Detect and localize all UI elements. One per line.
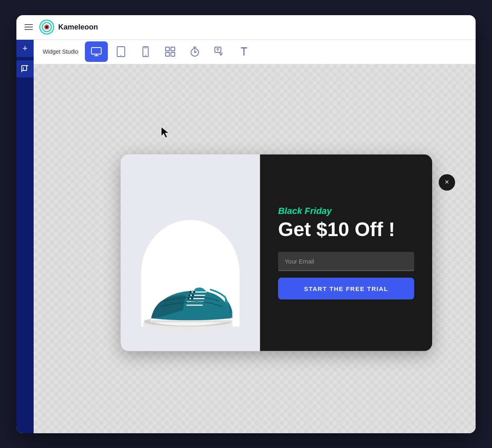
device-tablet-button[interactable] [109, 41, 132, 62]
canvas-area[interactable]: × [34, 64, 476, 433]
svg-rect-18 [171, 47, 175, 51]
cta-label: START THE FREE TRIAL [304, 285, 388, 292]
left-sidebar: + [16, 40, 34, 433]
plus-icon: + [23, 44, 28, 53]
crop-tool[interactable] [16, 60, 34, 77]
shoe-image [131, 252, 246, 334]
crop-icon [21, 65, 29, 73]
logo-area: Kameleoon [39, 20, 98, 34]
translate-button[interactable] [208, 41, 231, 62]
content-area: Widget Studio [34, 40, 476, 433]
email-input[interactable] [278, 252, 414, 271]
text-button[interactable] [232, 41, 255, 62]
svg-point-13 [121, 55, 121, 56]
shoe-svg [131, 252, 246, 334]
logo-text: Kameleoon [58, 23, 98, 32]
black-friday-badge: Black Friday [278, 206, 414, 216]
svg-point-39 [189, 291, 191, 293]
timer-button[interactable] [183, 41, 206, 62]
logo-icon [39, 20, 54, 34]
ab-test-button[interactable] [159, 41, 182, 62]
add-button[interactable]: + [16, 40, 34, 57]
svg-rect-17 [166, 47, 169, 51]
popup-image-panel [121, 154, 260, 351]
main-area: + Widget Studio [16, 40, 476, 433]
mobile-icon [140, 46, 151, 57]
toolbar: Widget Studio [34, 40, 476, 64]
svg-point-15 [145, 55, 146, 56]
device-mobile-button[interactable] [134, 41, 157, 62]
close-x-icon: × [445, 178, 449, 186]
svg-point-43 [187, 298, 189, 300]
text-icon [239, 46, 249, 57]
popup-widget: Black Friday Get $10 Off ! START THE FRE… [121, 154, 432, 351]
cta-button[interactable]: START THE FREE TRIAL [278, 277, 414, 299]
toolbar-label: Widget Studio [38, 48, 83, 55]
svg-point-44 [191, 298, 193, 300]
svg-point-41 [188, 294, 190, 296]
popup-close-button[interactable]: × [439, 174, 455, 191]
svg-rect-6 [22, 66, 27, 70]
svg-rect-19 [166, 52, 169, 56]
translate-icon [214, 46, 225, 57]
tablet-icon [116, 46, 126, 57]
cursor [161, 127, 171, 138]
svg-point-42 [192, 294, 194, 296]
cursor-arrow-icon [161, 127, 171, 138]
top-bar: Kameleoon [16, 15, 476, 40]
svg-point-40 [193, 291, 195, 293]
device-desktop-button[interactable] [85, 41, 108, 62]
desktop-icon [91, 46, 102, 57]
popup-content-panel: Black Friday Get $10 Off ! START THE FRE… [260, 154, 432, 351]
browser-window: Kameleoon + Widget Studio [16, 15, 476, 433]
discount-headline: Get $10 Off ! [278, 219, 414, 241]
timer-icon [189, 46, 200, 57]
svg-rect-9 [91, 48, 101, 54]
menu-button[interactable] [25, 24, 33, 30]
svg-rect-20 [171, 52, 175, 56]
ab-test-icon [165, 46, 175, 57]
svg-point-5 [46, 26, 48, 28]
